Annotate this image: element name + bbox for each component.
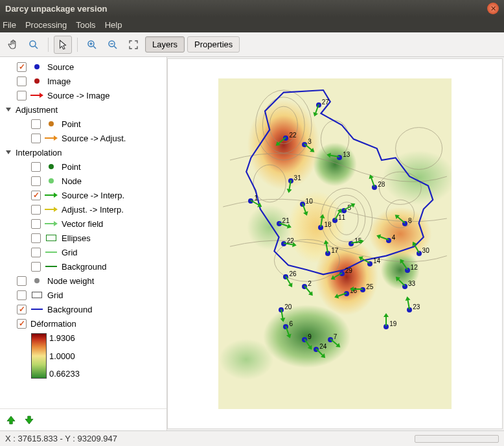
layer-int-vector-field[interactable]: Vector field bbox=[4, 217, 165, 231]
legend: 1.9306 1.0000 0.66233 bbox=[31, 333, 165, 379]
map-point: 18 bbox=[318, 225, 323, 230]
map-point: 10 bbox=[300, 202, 305, 207]
svg-marker-14 bbox=[25, 416, 33, 424]
layer-grid[interactable]: Grid bbox=[4, 288, 165, 302]
checkbox-icon[interactable] bbox=[17, 319, 27, 329]
map-point: 20 bbox=[279, 307, 284, 312]
checkbox-icon[interactable] bbox=[17, 91, 27, 100]
legend-mid: 1.0000 bbox=[49, 351, 80, 361]
group-interpolation[interactable]: Interpolation bbox=[4, 145, 165, 159]
layer-node-weight[interactable]: Node weight bbox=[4, 274, 165, 288]
map-point: 17 bbox=[325, 251, 330, 256]
map-point: 11 bbox=[332, 218, 338, 223]
map-point: 15 bbox=[349, 241, 354, 246]
layer-deformation[interactable]: Déformation bbox=[4, 316, 165, 331]
group-adjustment[interactable]: Adjustment bbox=[4, 102, 165, 117]
checkbox-icon[interactable] bbox=[31, 248, 41, 257]
map-point: 1 bbox=[248, 198, 253, 204]
map-point: 29 bbox=[339, 271, 345, 276]
pointer-icon[interactable] bbox=[54, 36, 72, 54]
map-point: 28 bbox=[372, 185, 377, 190]
layer-tree[interactable]: Source Image Source -> Image Adjustment … bbox=[0, 57, 166, 408]
map-point: 14 bbox=[367, 261, 372, 266]
map-point: 26 bbox=[283, 274, 288, 279]
close-icon[interactable]: ✕ bbox=[487, 3, 499, 14]
fit-icon[interactable] bbox=[124, 36, 143, 54]
map-point: 30 bbox=[417, 251, 422, 256]
menu-tools[interactable]: Tools bbox=[76, 20, 95, 30]
map-point: 8 bbox=[402, 221, 407, 226]
checkbox-icon[interactable] bbox=[31, 205, 41, 215]
zoom-out-icon[interactable] bbox=[104, 36, 122, 54]
menu-processing[interactable]: Processing bbox=[25, 20, 67, 30]
zoom-in-icon[interactable] bbox=[83, 36, 101, 54]
tab-properties[interactable]: Properties bbox=[187, 36, 240, 53]
checkbox-icon[interactable] bbox=[31, 134, 41, 143]
layer-adj-source-adjust[interactable]: Source -> Adjust. bbox=[4, 131, 165, 145]
svg-marker-10 bbox=[54, 207, 58, 212]
map-point: 25 bbox=[360, 287, 365, 292]
map-point: 23 bbox=[407, 307, 412, 312]
svg-marker-8 bbox=[54, 193, 58, 198]
legend-colorbar bbox=[31, 333, 47, 379]
hand-icon[interactable] bbox=[4, 36, 22, 54]
checkbox-icon[interactable] bbox=[17, 290, 27, 300]
checkbox-icon[interactable] bbox=[17, 305, 27, 314]
toolbar: Layers Properties bbox=[0, 32, 504, 57]
checkbox-icon[interactable] bbox=[31, 233, 41, 243]
menu-help[interactable]: Help bbox=[105, 20, 122, 30]
boundary-polygon bbox=[246, 90, 433, 274]
layer-down-icon[interactable] bbox=[23, 414, 35, 426]
sidebar-footer bbox=[0, 408, 166, 430]
checkbox-icon[interactable] bbox=[31, 191, 41, 200]
layer-image[interactable]: Image bbox=[4, 74, 165, 88]
map-point: 19 bbox=[384, 324, 389, 329]
map-point: 13 bbox=[337, 155, 342, 160]
map-point: 12 bbox=[405, 268, 410, 273]
checkbox-icon[interactable] bbox=[31, 176, 41, 186]
map-point: 21 bbox=[277, 221, 282, 226]
map-canvas[interactable]: 2722313312811051121188221541730141229262… bbox=[167, 58, 503, 429]
status-coords: X : 37615.833 - Y : 93209.947 bbox=[5, 434, 117, 443]
map-point: 6 bbox=[283, 324, 288, 329]
layer-int-point[interactable]: Point bbox=[4, 159, 165, 174]
menu-file[interactable]: File bbox=[3, 20, 16, 30]
tab-layers[interactable]: Layers bbox=[145, 36, 185, 53]
layer-int-background[interactable]: Background bbox=[4, 259, 165, 274]
checkbox-icon[interactable] bbox=[17, 76, 27, 86]
checkbox-icon[interactable] bbox=[17, 62, 27, 72]
checkbox-icon[interactable] bbox=[31, 262, 41, 272]
titlebar: Darcy unpackage version ✕ bbox=[0, 0, 504, 17]
map-point: 2 bbox=[302, 284, 307, 289]
map-point: 24 bbox=[314, 347, 319, 352]
map-point: 9 bbox=[302, 337, 307, 342]
svg-point-26 bbox=[396, 128, 442, 170]
map-point: 22 bbox=[281, 241, 286, 246]
layer-source[interactable]: Source bbox=[4, 60, 165, 74]
map-point: 33 bbox=[402, 284, 407, 289]
zoom-icon[interactable] bbox=[25, 36, 43, 54]
svg-point-18 bbox=[321, 188, 372, 249]
layer-int-adjust-interp[interactable]: Adjust. -> Interp. bbox=[4, 202, 165, 217]
layer-int-node[interactable]: Node bbox=[4, 174, 165, 188]
checkbox-icon[interactable] bbox=[31, 162, 41, 172]
layer-int-source-interp[interactable]: Source -> Interp. bbox=[4, 188, 165, 202]
layer-up-icon[interactable] bbox=[5, 414, 17, 426]
svg-marker-6 bbox=[54, 135, 58, 141]
layer-source-image[interactable]: Source -> Image bbox=[4, 88, 165, 102]
checkbox-icon[interactable] bbox=[17, 276, 27, 286]
checkbox-icon[interactable] bbox=[31, 219, 41, 229]
map-point: 22 bbox=[283, 135, 288, 141]
layer-int-ellipses[interactable]: Ellipses bbox=[4, 231, 165, 245]
map-point: 27 bbox=[316, 102, 321, 108]
svg-point-15 bbox=[256, 90, 312, 160]
svg-point-0 bbox=[30, 41, 36, 47]
legend-min: 0.66233 bbox=[49, 369, 80, 379]
checkbox-icon[interactable] bbox=[31, 119, 41, 129]
legend-max: 1.9306 bbox=[49, 333, 80, 343]
layer-background[interactable]: Background bbox=[4, 302, 165, 316]
layer-adj-point[interactable]: Point bbox=[4, 117, 165, 131]
statusbar: X : 37615.833 - Y : 93209.947 bbox=[0, 430, 504, 446]
layer-int-grid[interactable]: Grid bbox=[4, 245, 165, 259]
chevron-down-icon bbox=[6, 108, 11, 112]
